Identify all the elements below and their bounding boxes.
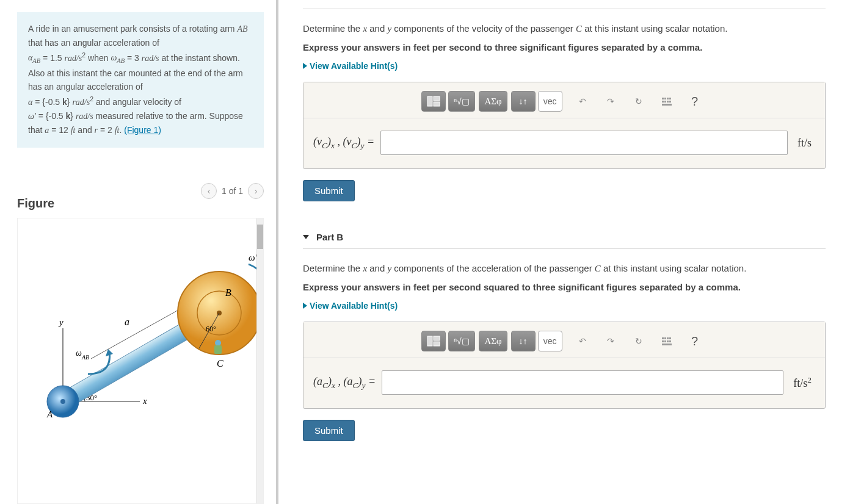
divider [303, 9, 826, 9]
sqrt-button[interactable]: ⁿ√▢ [448, 331, 475, 351]
svg-point-11 [60, 399, 65, 404]
svg-point-19 [215, 340, 221, 346]
undo-button[interactable]: ↶ [570, 91, 595, 112]
partB-header[interactable]: Part B [303, 232, 850, 246]
partB-prompt: Determine the x and y components of the … [303, 261, 844, 276]
figure-prev-button[interactable]: ‹ [201, 183, 217, 199]
svg-rect-30 [434, 96, 440, 101]
reset-button[interactable]: ↻ [627, 331, 651, 351]
divider [303, 248, 826, 249]
var-AB: AB [237, 24, 247, 34]
partA-toolbar: ⁿ√▢ ΑΣφ ↓↑ vec ↶ ↷ ↻ ? [303, 82, 825, 118]
svg-rect-33 [427, 336, 432, 346]
problem-statement: A ride in an amusement park consists of … [17, 12, 264, 148]
svg-text:A: A [46, 409, 53, 419]
partB-units: ft/s2 [790, 375, 815, 390]
figure-page-indicator: 1 of 1 [222, 186, 243, 196]
greek-button[interactable]: ΑΣφ [479, 331, 507, 351]
figure-next-button[interactable]: › [248, 183, 264, 199]
partB-toolbar: ⁿ√▢ ΑΣφ ↓↑ vec ↶ ↷ ↻ ? [303, 322, 825, 358]
keyboard-button[interactable] [655, 331, 679, 351]
svg-rect-35 [434, 342, 440, 346]
figure-image: x y 30° a ωAB A [17, 218, 264, 504]
svg-text:C: C [217, 358, 223, 369]
figure-svg: x y 30° a ωAB A [18, 218, 264, 426]
caret-right-icon [303, 63, 307, 69]
partA-answer-block: ⁿ√▢ ΑΣφ ↓↑ vec ↶ ↷ ↻ ? (vC)x , (vC)y = f… [303, 82, 826, 169]
svg-text:a: a [125, 317, 129, 327]
figure-link[interactable]: (Figure 1) [124, 125, 161, 135]
caret-down-icon [303, 235, 309, 239]
partB-instruction: Express your answers in feet per second … [303, 282, 844, 292]
partA-answer-input[interactable] [380, 131, 788, 155]
partA-submit-button[interactable]: Submit [303, 180, 355, 201]
svg-rect-31 [434, 102, 440, 106]
figure-scrollbar[interactable] [257, 225, 263, 249]
partB-title: Part B [316, 232, 343, 242]
vec-button[interactable]: vec [538, 91, 562, 112]
svg-text:ⁿ√▢: ⁿ√▢ [454, 336, 470, 346]
caret-right-icon [303, 303, 307, 309]
help-button[interactable]: ? [683, 91, 707, 112]
figure-heading: Figure [17, 196, 54, 211]
greek-button[interactable]: ΑΣφ [479, 91, 507, 112]
partB-submit-button[interactable]: Submit [303, 420, 355, 441]
sqrt-button[interactable]: ⁿ√▢ [448, 91, 475, 112]
partA-answer-label: (vC)x , (vC)y = [313, 135, 374, 151]
svg-text:y: y [58, 317, 64, 327]
redo-button[interactable]: ↷ [598, 331, 623, 351]
partB-answer-label: (aC)x , (aC)y = [313, 375, 376, 391]
svg-text:ωAB: ωAB [76, 348, 89, 361]
partA-units: ft/s [794, 137, 815, 149]
reset-button[interactable]: ↻ [627, 91, 651, 112]
partB-answer-input[interactable] [382, 370, 783, 395]
help-button[interactable]: ? [683, 331, 707, 351]
partB-hints-toggle[interactable]: View Available Hint(s) [303, 301, 850, 311]
partA-instruction: Express your answers in feet per second … [303, 42, 844, 52]
svg-rect-20 [214, 345, 222, 354]
partA-prompt: Determine the x and y components of the … [303, 21, 844, 36]
templates-button[interactable] [421, 91, 446, 112]
svg-rect-29 [427, 96, 432, 106]
svg-text:x: x [142, 396, 147, 406]
problem-text: A ride in an amusement park consists of … [28, 24, 237, 34]
undo-button[interactable]: ↶ [570, 331, 595, 351]
svg-text:ⁿ√▢: ⁿ√▢ [454, 96, 470, 106]
templates-button[interactable] [421, 331, 446, 351]
partA-hints-toggle[interactable]: View Available Hint(s) [303, 61, 850, 71]
svg-text:ω': ω' [249, 253, 258, 262]
svg-rect-34 [434, 336, 440, 340]
svg-text:60°: 60° [206, 325, 216, 333]
redo-button[interactable]: ↷ [598, 91, 623, 112]
vec-button[interactable]: vec [538, 331, 562, 351]
svg-text:B: B [225, 287, 231, 298]
subscript-button[interactable]: ↓↑ [511, 91, 536, 112]
partB-answer-block: ⁿ√▢ ΑΣφ ↓↑ vec ↶ ↷ ↻ ? (aC)x , (aC)y = f… [303, 322, 826, 409]
subscript-button[interactable]: ↓↑ [511, 331, 536, 351]
keyboard-button[interactable] [655, 91, 679, 112]
